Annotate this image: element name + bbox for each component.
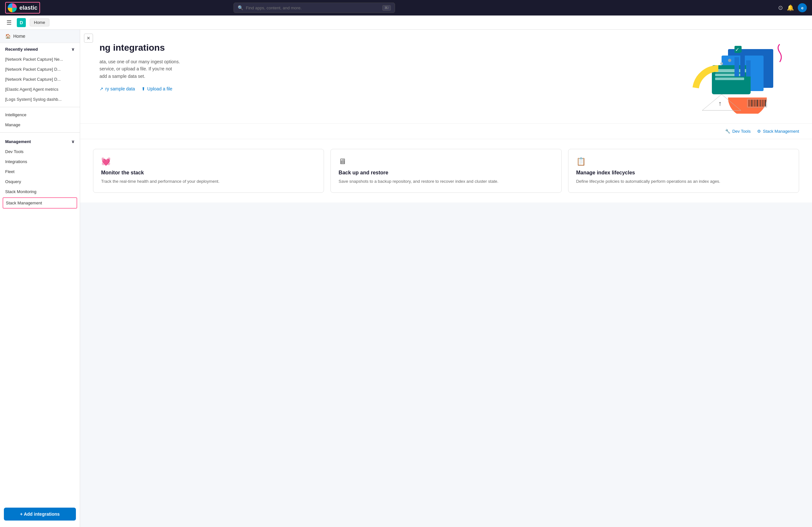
- cards-section: 💓 Monitor the stack Track the real-time …: [80, 139, 812, 203]
- elastic-logo-icon: [8, 3, 17, 12]
- management-section-header: Management ∨: [0, 135, 80, 147]
- try-sample-data-link[interactable]: ↗ ry sample data: [100, 86, 135, 91]
- try-sample-data-label: ry sample data: [105, 86, 135, 91]
- sidebar-item-fleet[interactable]: Fleet: [0, 166, 80, 177]
- elastic-logo-text: elastic: [19, 4, 38, 11]
- nav-icons: ⊙ 🔔 e: [778, 3, 807, 12]
- card-backup-restore[interactable]: 🖥 Back up and restore Save snapshots to …: [330, 149, 561, 193]
- hero-desc-line1: ata, use one of our many ingest options.: [100, 59, 180, 64]
- sidebar-divider-2: [0, 132, 80, 133]
- hero-desc-line2: service, or upload a file. If you're not: [100, 66, 172, 71]
- card-monitor-stack[interactable]: 💓 Monitor the stack Track the real-time …: [93, 149, 324, 193]
- main-layout: 🏠 Home Recently viewed ∨ [Network Packet…: [0, 30, 812, 527]
- recently-viewed-list: [Network Packet Capture] Ne... [Network …: [0, 54, 80, 104]
- recent-item-1[interactable]: [Network Packet Capture] Ne...: [0, 54, 80, 64]
- global-search-bar[interactable]: 🔍 ⌘/: [233, 3, 395, 13]
- svg-text:↑: ↑: [718, 100, 722, 107]
- elastic-logo[interactable]: elastic: [5, 2, 40, 14]
- card-backup-title: Back up and restore: [338, 170, 553, 176]
- hero-title: ng integrations: [100, 43, 670, 53]
- svg-rect-25: [746, 60, 751, 76]
- sidebar-nav-intelligence[interactable]: Intelligence: [0, 110, 80, 120]
- hero-actions: ↗ ry sample data ⬆ Upload a file: [100, 86, 670, 91]
- quick-links: 🔧 Dev Tools ⚙ Stack Management: [80, 124, 812, 139]
- search-input[interactable]: [246, 5, 380, 10]
- sidebar-item-osquery[interactable]: Osquery: [0, 177, 80, 187]
- card-index-title: Manage index lifecycles: [576, 170, 791, 176]
- user-avatar[interactable]: e: [798, 3, 807, 12]
- recent-item-2[interactable]: [Network Packet Capture] D...: [0, 64, 80, 74]
- secondary-navigation: ☰ D Home: [0, 15, 812, 30]
- svg-point-30: [720, 62, 723, 65]
- card-backup-description: Save snapshots to a backup repository, a…: [338, 178, 553, 185]
- hero-section: ng integrations ata, use one of our many…: [80, 30, 812, 124]
- management-collapse-icon[interactable]: ∨: [71, 139, 75, 144]
- card-index-description: Define lifecycle policies to automatical…: [576, 178, 791, 185]
- hero-illustration-svg: ↑: [670, 43, 793, 114]
- recent-item-5[interactable]: [Logs System] Syslog dashb...: [0, 94, 80, 104]
- try-sample-data-icon: ↗: [100, 86, 103, 91]
- stack-management-quick-link[interactable]: ⚙ Stack Management: [757, 129, 799, 134]
- card-index-icon: 📋: [576, 157, 791, 166]
- sidebar-divider-1: [0, 107, 80, 107]
- hero-text: ng integrations ata, use one of our many…: [100, 43, 670, 91]
- hero-description: ata, use one of our many ingest options.…: [100, 58, 261, 80]
- sidebar-item-stack-management[interactable]: Stack Management: [3, 197, 77, 209]
- cards-grid: 💓 Monitor the stack Track the real-time …: [93, 149, 799, 193]
- management-label: Management: [5, 139, 31, 144]
- stack-management-icon: ⚙: [757, 129, 761, 134]
- sidebar: 🏠 Home Recently viewed ∨ [Network Packet…: [0, 30, 80, 527]
- card-manage-index[interactable]: 📋 Manage index lifecycles Define lifecyc…: [568, 149, 799, 193]
- recently-viewed-section-header: Recently viewed ∨: [0, 43, 80, 54]
- home-breadcrumb-button[interactable]: Home: [30, 18, 49, 27]
- sidebar-home-item[interactable]: 🏠 Home: [0, 30, 80, 43]
- hero-desc-line3: add a sample data set.: [100, 74, 145, 79]
- dev-tools-link-label: Dev Tools: [732, 129, 751, 134]
- top-navigation: elastic 🔍 ⌘/ ⊙ 🔔 e: [0, 0, 812, 15]
- recently-viewed-label: Recently viewed: [5, 47, 38, 52]
- space-badge[interactable]: D: [17, 18, 26, 27]
- svg-rect-5: [715, 77, 744, 80]
- recent-item-4[interactable]: [Elastic Agent] Agent metrics: [0, 84, 80, 94]
- recently-viewed-collapse-icon[interactable]: ∨: [71, 47, 75, 52]
- svg-rect-23: [735, 57, 739, 76]
- sidebar-item-stack-monitoring[interactable]: Stack Monitoring: [0, 187, 80, 197]
- svg-text:✓: ✓: [735, 47, 739, 52]
- svg-point-29: [728, 59, 731, 62]
- notifications-icon[interactable]: 🔔: [787, 4, 794, 11]
- card-backup-icon: 🖥: [338, 157, 553, 166]
- card-monitor-icon: 💓: [101, 157, 316, 166]
- sidebar-item-integrations[interactable]: Integrations: [0, 157, 80, 166]
- home-icon: 🏠: [5, 33, 11, 39]
- content-panel: ✕ ng integrations ata, use one of our ma…: [80, 30, 812, 203]
- svg-rect-24: [740, 52, 745, 76]
- sidebar-nav-manage[interactable]: Manage: [0, 120, 80, 130]
- close-panel-button[interactable]: ✕: [84, 33, 93, 43]
- hamburger-menu-button[interactable]: ☰: [5, 18, 13, 27]
- hero-illustration: ↑: [670, 43, 793, 114]
- search-icon: 🔍: [238, 5, 243, 10]
- stack-management-link-label: Stack Management: [763, 129, 799, 134]
- dev-tools-icon: 🔧: [725, 129, 730, 134]
- add-integrations-button[interactable]: + Add integrations: [4, 508, 76, 521]
- search-shortcut: ⌘/: [382, 5, 391, 11]
- sidebar-item-dev-tools[interactable]: Dev Tools: [0, 147, 80, 157]
- recent-item-3[interactable]: [Network Packet Capture] D...: [0, 74, 80, 84]
- main-content: ✕ ng integrations ata, use one of our ma…: [80, 30, 812, 527]
- card-monitor-title: Monitor the stack: [101, 170, 316, 176]
- dev-tools-quick-link[interactable]: 🔧 Dev Tools: [725, 129, 751, 134]
- management-items-list: Dev Tools Integrations Fleet Osquery Sta…: [0, 147, 80, 209]
- upload-file-icon: ⬆: [142, 86, 145, 91]
- upload-file-label: Upload a file: [147, 86, 173, 91]
- upload-file-link[interactable]: ⬆ Upload a file: [142, 86, 173, 91]
- card-monitor-description: Track the real-time health and performan…: [101, 178, 316, 185]
- sidebar-home-label: Home: [13, 33, 25, 39]
- help-icon[interactable]: ⊙: [778, 4, 783, 11]
